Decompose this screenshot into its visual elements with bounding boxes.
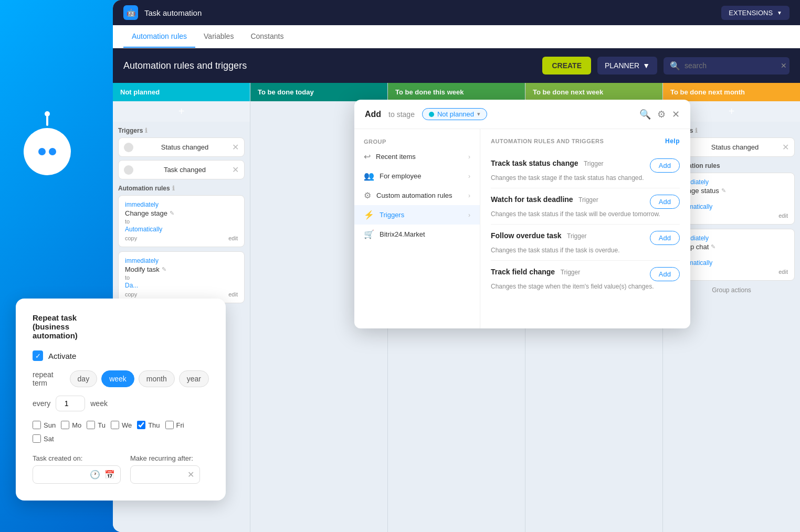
rule-action-text-2: Modify task [125,265,160,273]
rule-to-right: to [675,196,788,202]
term-month-btn[interactable]: month [139,370,175,387]
search-input[interactable] [685,61,776,70]
rule-card-change-stage[interactable]: immediately Change stage ✎ to Automatica… [118,195,245,247]
rule-edit-icon[interactable]: ✎ [170,210,174,217]
task-created-input[interactable]: 09:00 am [38,471,86,479]
day-sun-checkbox[interactable] [33,421,41,429]
modal-group-item-triggers[interactable]: ⚡ Triggers › [354,205,480,225]
modal-header-actions: 🔍 ⚙ ✕ [639,109,680,120]
term-day-btn[interactable]: day [70,370,98,387]
rule-immediately: immediately [125,201,238,208]
rule-edit-icon-2[interactable]: ✎ [162,266,166,273]
planner-label: PLANNER [605,61,639,70]
rule-copy-link[interactable]: copy [125,235,137,241]
day-mo-checkbox[interactable] [61,421,69,429]
modal-group-item-recent[interactable]: ↩ Recent items › [354,147,480,166]
day-sat[interactable]: Sat [33,434,54,443]
term-week-btn[interactable]: week [101,370,134,387]
tab-automation-rules[interactable]: Automation rules [123,26,195,48]
col-label-not-planned: Not planned [120,88,160,96]
add-btn-0[interactable]: Add [650,158,680,173]
day-we[interactable]: We [111,421,132,429]
add-btn-2[interactable]: Add [650,231,680,245]
every-label: every [33,399,50,408]
modal-to-stage-text: to stage [388,110,415,119]
rule-edit-link-2[interactable]: edit [228,291,238,297]
search-icon: 🔍 [670,61,680,71]
modal-group-header: GROUP [354,134,480,147]
automation-item-track-status: Track task status change Trigger Add Cha… [491,152,680,188]
recurring-input-wrap[interactable]: 02/08/2024 ✕ [130,465,200,484]
automation-item-header-3: Track field change Trigger Add [491,267,680,281]
rule-edit-icon-group[interactable]: ✎ [711,243,715,250]
rule-card-modify-task[interactable]: immediately Modify task ✎ to Da... copy … [118,251,245,303]
group-actions-label: Group actions [712,286,751,294]
recurring-input[interactable]: 02/08/2024 [136,471,183,479]
market-label: Bitrix24.Market [380,230,425,238]
rule-edit-icon-right[interactable]: ✎ [721,187,726,194]
activate-checkbox[interactable] [33,350,43,361]
rule-auto-group: Automatically [675,259,788,267]
task-created-input-wrap[interactable]: 09:00 am 🕐 📅 [33,465,121,484]
rule-edit-group[interactable]: edit [778,269,788,275]
automation-type-2: Trigger [567,232,587,240]
recurring-clear-icon[interactable]: ✕ [187,470,194,480]
custom-label: Custom automation rules [376,191,452,199]
day-we-checkbox[interactable] [111,421,119,429]
modal-group-item-market[interactable]: 🛒 Bitrix24.Market [354,225,480,244]
stage-caret-icon: ▾ [477,111,480,118]
tab-variables[interactable]: Variables [195,26,242,48]
day-sat-checkbox[interactable] [33,434,41,443]
modal-group-item-custom[interactable]: ⚙ Custom automation rules › [354,186,480,205]
trigger-close-icon-2[interactable]: ✕ [232,165,239,175]
top-bar: 🤖 Task automation EXTENSIONS ▼ [113,0,800,25]
planner-caret-icon: ▼ [643,61,650,70]
day-fri-checkbox[interactable] [165,421,174,429]
col-header-this-week: To be done this week [388,83,525,101]
day-thu[interactable]: Thu [137,421,160,429]
rule-copy-link-2[interactable]: copy [125,291,137,297]
modal-close-icon[interactable]: ✕ [672,109,680,120]
modal-stage-badge[interactable]: Not planned ▾ [422,108,487,120]
add-btn-1[interactable]: Add [650,195,680,209]
rule-edit-right[interactable]: edit [778,212,788,219]
trigger-close-icon[interactable]: ✕ [232,142,239,152]
rule-footer-2: copy edit [125,291,238,297]
extensions-button[interactable]: EXTENSIONS ▼ [721,6,790,20]
automation-item-track-field: Track field change Trigger Add Changes t… [491,261,680,296]
term-year-btn[interactable]: year [179,370,209,387]
rule-to-2: to [125,274,238,281]
trigger-card-task-changed[interactable]: Task changed ✕ [118,160,245,179]
planner-button[interactable]: PLANNER ▼ [597,57,657,75]
day-sun[interactable]: Sun [33,421,56,429]
day-thu-checkbox[interactable] [137,421,145,429]
activate-label: Activate [48,352,76,360]
day-tu[interactable]: Tu [87,421,106,429]
automation-header-label: AUTOMATION RULES AND TRIGGERS [491,138,604,144]
day-mo[interactable]: Mo [61,421,81,429]
col-header-not-planned: Not planned [113,83,250,101]
trigger-icon [124,143,133,152]
day-tu-checkbox[interactable] [87,421,95,429]
day-fri[interactable]: Fri [165,421,184,429]
every-input[interactable] [56,396,85,411]
modal-filter-icon[interactable]: ⚙ [657,109,666,120]
create-button[interactable]: CREATE [542,57,591,75]
modal-search-icon[interactable]: 🔍 [639,109,651,120]
search-clear-icon[interactable]: ✕ [781,61,787,70]
search-bar[interactable]: 🔍 ✕ [664,57,790,75]
help-link[interactable]: Help [665,137,680,145]
trigger-card-status-changed[interactable]: Status changed ✕ [118,137,245,157]
rule-to-group: to [675,252,788,258]
extensions-caret-icon: ▼ [777,10,782,16]
tab-constants[interactable]: Constants [242,26,292,48]
add-btn-3[interactable]: Add [650,267,680,281]
rule-edit-link[interactable]: edit [228,235,238,241]
repeat-task-title: Repeat task (business automation) [33,313,96,340]
app-icon: 🤖 [123,5,138,20]
modal-group-item-employee[interactable]: 👥 For employee › [354,166,480,186]
col-add-not-planned[interactable]: + [113,101,250,122]
recent-items-label: Recent items [376,153,416,161]
trigger-close-right[interactable]: ✕ [782,142,789,152]
automation-item-header-0: Track task status change Trigger Add [491,158,680,173]
